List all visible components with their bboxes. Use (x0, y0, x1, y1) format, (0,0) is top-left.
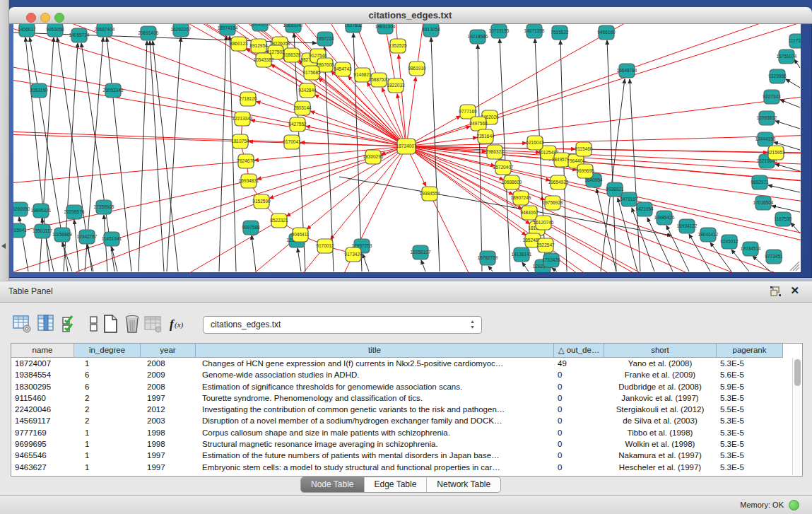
graph-node[interactable]: 16934122 (677, 219, 698, 233)
graph-node[interactable]: 9097588 (242, 221, 260, 235)
graph-node[interactable]: 10985426 (654, 211, 675, 225)
graph-node[interactable]: 18041412 (698, 228, 719, 242)
column-header-name[interactable]: name (11, 344, 74, 358)
graph-node[interactable]: 1117304 (789, 34, 806, 48)
graph-node[interactable]: 19654923 (548, 175, 569, 189)
graph-node[interactable]: 9170012 (316, 239, 334, 253)
graph-node[interactable]: 1406617 (18, 23, 36, 37)
select-all-rows-icon[interactable] (61, 315, 79, 333)
graph-node[interactable]: 20206576 (64, 205, 85, 219)
graph-node[interactable]: 8215953 (767, 146, 785, 160)
graph-node[interactable]: 9861910 (408, 62, 426, 76)
graph-node[interactable]: 16782759 (478, 251, 498, 265)
graph-node[interactable]: 9245012 (720, 235, 739, 249)
graph-node[interactable]: 2718120 (239, 92, 257, 106)
graph-node[interactable]: 9227343 (763, 90, 781, 104)
graph-node[interactable]: 3915941 (8, 223, 27, 238)
graph-node[interactable]: 11451941 (102, 232, 122, 246)
graph-node[interactable]: 14055724 (69, 28, 90, 42)
table-row[interactable]: 946362711997Embryonic stem cells: a mode… (11, 462, 792, 473)
graph-node[interactable]: 20053346 (103, 83, 124, 98)
column-header-in_degree[interactable]: in_degree (74, 344, 141, 358)
table-scrollbar[interactable] (792, 358, 802, 475)
graph-node[interactable]: 9466160 (597, 25, 616, 40)
graph-node[interactable]: 9242844 (298, 83, 317, 98)
graph-node[interactable]: 9329966 (768, 69, 787, 83)
graph-node[interactable]: 9115460 (575, 142, 593, 156)
graph-node[interactable]: 9152590 (252, 194, 271, 209)
column-header-title[interactable]: title (196, 344, 554, 358)
graph-node[interactable]: 8860123 (230, 37, 248, 51)
graph-node[interactable]: 19384554 (420, 187, 440, 201)
graph-node[interactable]: 2522547 (536, 238, 555, 252)
column-header-pagerank[interactable]: pagerank (717, 344, 783, 358)
graph-node[interactable]: 16958107 (411, 245, 431, 259)
new-table-icon[interactable] (102, 315, 120, 333)
column-settings-icon[interactable] (13, 315, 31, 333)
graph-node[interactable]: 7857224 (316, 32, 334, 46)
graph-node[interactable]: 2803144 (293, 101, 312, 115)
graph-node[interactable]: 16648784 (617, 64, 637, 78)
close-panel-icon[interactable]: ✕ (790, 285, 799, 296)
graph-node[interactable]: 9170041 (283, 135, 301, 149)
graph-node[interactable]: 20691406 (139, 26, 159, 40)
delete-table-icon[interactable] (123, 315, 141, 333)
column-header-short[interactable]: short (604, 344, 717, 358)
table-row[interactable]: 1872400712008Changes of HCN gene express… (11, 358, 792, 369)
graph-node[interactable]: 7986322 (486, 145, 504, 159)
graph-node[interactable]: 15751074 (777, 49, 797, 64)
graph-node[interactable]: 19895321 (31, 204, 52, 218)
graph-node[interactable]: 8813054 (422, 23, 440, 37)
graph-node[interactable]: 16934831 (239, 174, 259, 188)
graph-node[interactable]: 9421054 (635, 202, 654, 216)
graph-node[interactable]: 16120746 (534, 216, 554, 230)
graph-node[interactable]: 9175685 (302, 66, 321, 80)
table-row[interactable]: 1938455462009Genome-wide association stu… (11, 369, 792, 380)
graph-node[interactable]: 2351644 (476, 129, 495, 144)
graph-node[interactable]: 12342757 (77, 230, 98, 244)
graph-node[interactable]: 9046411 (292, 228, 310, 242)
graph-node[interactable]: 1810754 (231, 134, 249, 148)
graph-node[interactable]: 17016504 (753, 196, 774, 210)
graph-node[interactable]: 8186328 (283, 48, 301, 62)
table-row[interactable]: 911546021997Tourette syndrome. Phenomeno… (11, 392, 792, 404)
tab-network-table[interactable]: Network Table (427, 477, 500, 492)
graph-node[interactable]: 20687404 (95, 23, 115, 37)
tab-node-table[interactable]: Node Table (301, 477, 365, 492)
graph-node[interactable]: 7515522 (551, 25, 569, 40)
graph-node[interactable]: 2053190 (30, 83, 48, 98)
graph-node[interactable]: 1167530 (775, 212, 792, 226)
graph-node[interactable]: 9773451 (765, 250, 783, 264)
float-panel-icon[interactable] (770, 286, 781, 296)
graph-node[interactable]: 19756928 (543, 196, 563, 210)
graph-node[interactable]: 6479197 (620, 192, 638, 206)
graph-node[interactable]: 1822033 (387, 78, 405, 93)
network-canvas[interactable]: 1406617905305814055724206874042069140616… (0, 0, 812, 281)
select-columns-icon[interactable] (37, 315, 55, 333)
graph-node[interactable]: 17359928 (94, 200, 114, 214)
graph-node[interactable]: 12213343 (233, 112, 253, 126)
graph-node[interactable]: 7624670 (237, 154, 255, 168)
graph-node[interactable]: 10719155 (489, 24, 510, 38)
graph-node[interactable]: 12093832 (757, 111, 777, 125)
graph-node[interactable]: 18724007 (396, 139, 417, 154)
graph-node[interactable]: 8454743 (334, 62, 352, 76)
graph-node[interactable]: 18300295 (363, 150, 384, 164)
graph-node[interactable]: 10688609 (502, 175, 522, 189)
graph-node[interactable]: 14136141 (512, 247, 532, 262)
graph-node[interactable]: 10543382 (254, 53, 274, 67)
tab-edge-table[interactable]: Edge Table (365, 477, 428, 492)
column-header-year[interactable]: year (141, 344, 196, 358)
graph-node[interactable]: 12444158 (755, 132, 776, 146)
graph-node[interactable]: 9692971 (751, 175, 769, 189)
column-header-out_de[interactable]: △ out_de… (554, 344, 604, 358)
graph-node[interactable]: 1352525 (389, 39, 407, 53)
network-window-titlebar[interactable]: citations_edges.txt (8, 7, 812, 24)
graph-node[interactable]: 8522321 (270, 214, 288, 228)
graph-node[interactable]: 9053058 (46, 23, 64, 37)
table-row[interactable]: 1456911722003Disruption of a novel membe… (11, 415, 792, 426)
function-builder-icon[interactable]: f (x) (168, 315, 189, 333)
graph-node[interactable]: 25260050 (10, 202, 30, 216)
scrollbar-thumb[interactable] (794, 359, 801, 386)
graph-node[interactable]: 9173424 (344, 247, 363, 262)
